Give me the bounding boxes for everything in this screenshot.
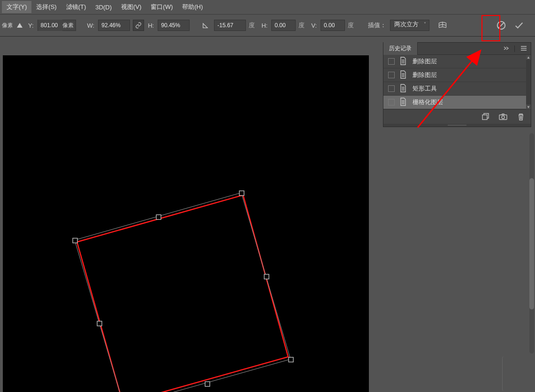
history-item-label: 栅格化图层: [413, 98, 531, 106]
history-scrollbar[interactable]: ▲ ▼: [526, 55, 531, 109]
history-visibility-toggle[interactable]: [388, 72, 395, 78]
history-item[interactable]: 矩形工具: [383, 82, 531, 96]
menu-item-window[interactable]: 窗口(W): [146, 1, 177, 13]
trash-icon[interactable]: [517, 113, 525, 121]
skew-h-unit: 度: [298, 21, 307, 30]
document-icon: [399, 57, 408, 66]
history-panel-header: 历史记录: [383, 43, 531, 55]
scroll-down-icon[interactable]: ▼: [526, 105, 531, 109]
w-label: W:: [86, 22, 96, 29]
h-input[interactable]: [158, 20, 190, 31]
document-icon: [399, 84, 408, 93]
y-input[interactable]: [38, 20, 62, 31]
warp-icon[interactable]: [437, 20, 448, 31]
scrollbar-thumb[interactable]: [529, 178, 534, 309]
document-icon: [399, 70, 408, 80]
history-visibility-toggle[interactable]: [388, 85, 395, 92]
svg-rect-27: [482, 115, 487, 120]
history-panel: 历史记录 删除图层 删除图层 矩形: [383, 42, 531, 127]
history-tab[interactable]: 历史记录: [383, 42, 418, 55]
svg-point-29: [502, 116, 504, 119]
vertical-scrollbar[interactable]: [527, 133, 535, 391]
skew-v-label: V:: [310, 22, 318, 29]
reference-point-icon[interactable]: [17, 23, 23, 28]
commit-icon[interactable]: [513, 20, 525, 31]
history-item[interactable]: 栅格化图层: [383, 96, 531, 109]
document-icon: [399, 98, 408, 107]
angle-input[interactable]: [214, 20, 246, 31]
history-list: 删除图层 删除图层 矩形工具 栅格化图层 ▲ ▼: [383, 55, 531, 109]
angle-unit: 度: [249, 21, 258, 30]
cancel-icon[interactable]: [496, 20, 507, 31]
angle-icon: [200, 20, 211, 31]
svg-line-1: [498, 23, 504, 29]
menu-item-help[interactable]: 帮助(H): [177, 1, 207, 13]
history-item-label: 删除图层: [413, 71, 531, 79]
menu-item-view[interactable]: 视图(V): [116, 1, 146, 13]
menu-item-select[interactable]: 选择(S): [31, 1, 61, 13]
link-icon[interactable]: [133, 20, 144, 31]
interpolation-label: 插值：: [367, 21, 387, 30]
skew-v-unit: 度: [348, 21, 357, 30]
menu-bar: 文字(Y) 选择(S) 滤镜(T) 3D(D) 视图(V) 窗口(W) 帮助(H…: [0, 0, 535, 14]
history-visibility-toggle[interactable]: [388, 58, 395, 65]
new-doc-from-state-icon[interactable]: [481, 113, 489, 121]
skew-h-label: H:: [260, 22, 268, 29]
w-input[interactable]: [98, 20, 130, 31]
panel-resize-grip[interactable]: [383, 124, 531, 127]
history-item[interactable]: 删除图层: [383, 55, 531, 68]
menu-item-filter[interactable]: 滤镜(T): [61, 1, 91, 13]
snapshot-icon[interactable]: [499, 113, 507, 121]
collapse-panel-icon[interactable]: [500, 46, 512, 52]
history-item[interactable]: 删除图层: [383, 68, 531, 82]
history-visibility-toggle[interactable]: [388, 99, 395, 106]
y-label: Y:: [27, 22, 35, 29]
h-label: H:: [147, 22, 155, 29]
history-item-label: 删除图层: [413, 57, 531, 66]
interpolation-select[interactable]: 两次立方: [390, 20, 429, 31]
bottom-resize-handle[interactable]: [502, 356, 523, 391]
canvas[interactable]: [3, 55, 369, 392]
options-bar: 像素 Y: 像素 W: H: 度 H: 度 V: 度 插值： 两次立方: [0, 14, 535, 37]
history-item-label: 矩形工具: [413, 84, 531, 93]
menu-item-text[interactable]: 文字(Y): [2, 1, 31, 13]
scroll-up-icon[interactable]: ▲: [526, 55, 531, 60]
x-unit-label: 像素: [2, 22, 12, 30]
y-unit-label: 像素: [62, 22, 76, 30]
panel-menu-icon[interactable]: [517, 45, 531, 53]
history-footer: [383, 109, 531, 124]
menu-item-3d[interactable]: 3D(D): [91, 2, 116, 13]
skew-h-input[interactable]: [271, 20, 296, 31]
skew-v-input[interactable]: [321, 20, 345, 31]
